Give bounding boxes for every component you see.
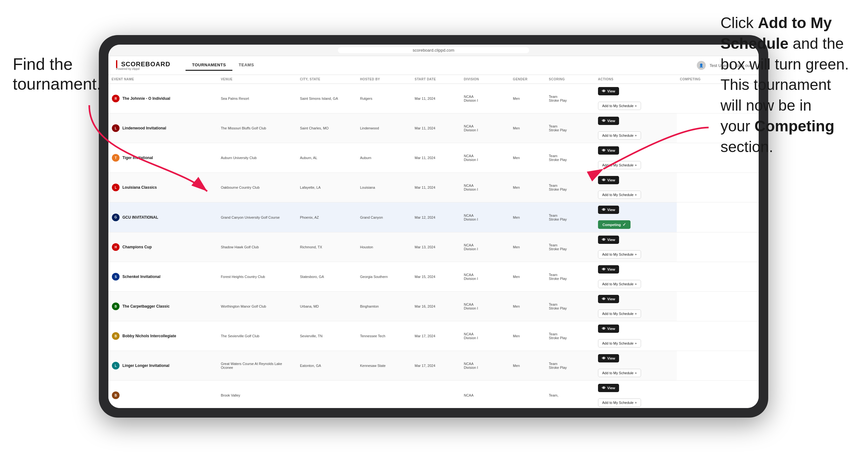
venue-cell: Auburn University Club [218, 143, 297, 173]
view-button[interactable]: 👁 View [598, 87, 619, 95]
gender-cell: Men [510, 262, 546, 292]
add-schedule-button[interactable]: Add to My Schedule + [598, 369, 641, 377]
nav-tabs: TOURNAMENTS TEAMS [186, 60, 260, 71]
scoring-cell: TeamStroke Play [546, 173, 595, 203]
city-cell: Phoenix, AZ [297, 203, 357, 232]
add-schedule-button[interactable]: Add to My Schedule + [598, 310, 641, 318]
col-header-gender: GENDER [510, 75, 546, 84]
venue-cell: Great Waters Course At Reynolds Lake Oco… [218, 351, 297, 381]
plus-icon: + [635, 401, 637, 405]
checkmark-icon: ✓ [623, 222, 626, 227]
add-schedule-button[interactable]: Add to My Schedule + [598, 399, 641, 407]
tab-teams[interactable]: TEAMS [232, 60, 260, 71]
col-header-division: DIVISION [461, 75, 510, 84]
team-logo: B [112, 332, 120, 340]
city-cell: Sevierville, TN [297, 321, 357, 351]
event-name-cell: L Linger Longer Invitational [112, 362, 215, 370]
city-cell: Eatonton, GA [297, 351, 357, 381]
venue-cell: Forest Heights Country Club [218, 262, 297, 292]
competing-cell: Add to My Schedule + [595, 395, 643, 408]
col-header-date: START DATE [411, 75, 461, 84]
event-name-text: GCU INVITATIONAL [122, 215, 158, 220]
start-date-cell: Mar 11, 2024 [411, 173, 461, 203]
right-annotation: Click Add to MySchedule and the box will… [720, 13, 849, 157]
left-arrow [70, 99, 210, 201]
city-cell: Lafayette, LA [297, 173, 357, 203]
event-name-cell: H Champions Cup [112, 243, 215, 251]
event-name-cell: B [112, 391, 215, 399]
table-row: S Schenkel Invitational Forest Heights C… [108, 262, 759, 292]
division-cell: NCAA [461, 381, 510, 408]
col-header-city: CITY, STATE [297, 75, 357, 84]
venue-cell: Sea Palms Resort [218, 84, 297, 114]
logo-bar [116, 60, 117, 68]
view-button[interactable]: 👁 View [598, 354, 619, 363]
competing-cell: Add to My Schedule + [595, 247, 643, 262]
view-button[interactable]: 👁 View [598, 206, 619, 214]
division-cell: NCAADivision I [461, 143, 510, 173]
scoring-cell: TeamStroke Play [546, 84, 595, 114]
col-header-event: EVENT NAME [108, 75, 218, 84]
table-row: L Linger Longer Invitational Great Water… [108, 351, 759, 381]
division-cell: NCAADivision I [461, 262, 510, 292]
eye-icon: 👁 [602, 356, 606, 361]
url-bar[interactable]: scoreboard.clippd.com [338, 47, 529, 53]
right-arrow [594, 118, 715, 182]
competing-cell: Add to My Schedule + [595, 187, 643, 202]
plus-icon: + [635, 341, 637, 345]
city-cell: Auburn, AL [297, 143, 357, 173]
scoring-cell: TeamStroke Play [546, 203, 595, 232]
team-logo: H [112, 243, 120, 251]
actions-cell: 👁 View [595, 84, 623, 98]
scoring-cell: TeamStroke Play [546, 292, 595, 321]
view-button[interactable]: 👁 View [598, 324, 619, 333]
scoring-cell: TeamStroke Play [546, 262, 595, 292]
add-schedule-button[interactable]: Add to My Schedule + [598, 339, 641, 347]
venue-cell: Shadow Hawk Golf Club [218, 232, 297, 262]
eye-icon: 👁 [602, 89, 606, 93]
view-button[interactable]: 👁 View [598, 384, 619, 392]
team-logo-circle: S [112, 273, 120, 281]
division-cell: NCAADivision I [461, 321, 510, 351]
view-button[interactable]: 👁 View [598, 295, 619, 303]
competing-cell: Add to My Schedule + [595, 98, 643, 113]
add-schedule-button[interactable]: Add to My Schedule + [598, 191, 641, 199]
hosted-by-cell: Kennesaw State [357, 351, 411, 381]
scoring-cell: TeamStroke Play [546, 351, 595, 381]
competing-cell: Add to My Schedule + [595, 306, 643, 321]
competing-button[interactable]: Competing ✓ [598, 220, 630, 229]
table-row: H Champions Cup Shadow Hawk Golf ClubRic… [108, 232, 759, 262]
browser-topbar: scoreboard.clippd.com [108, 44, 759, 56]
hosted-by-cell: Tennessee Tech [357, 321, 411, 351]
start-date-cell: Mar 11, 2024 [411, 84, 461, 114]
hosted-by-cell: Binghamton [357, 292, 411, 321]
plus-icon: + [635, 193, 637, 197]
start-date-cell: Mar 13, 2024 [411, 232, 461, 262]
start-date-cell: Mar 15, 2024 [411, 262, 461, 292]
view-button[interactable]: 👁 View [598, 236, 619, 244]
scoring-cell: TeamStroke Play [546, 321, 595, 351]
team-logo-circle: B [112, 332, 120, 340]
left-annotation: Find the tournament. [13, 54, 101, 94]
logo-area: SCOREBOARD Powered by clippd [116, 60, 170, 70]
gender-cell [510, 381, 546, 408]
scoring-cell: TeamStroke Play [546, 143, 595, 173]
actions-cell: 👁 View [595, 381, 623, 395]
gender-cell: Men [510, 173, 546, 203]
division-cell: NCAADivision I [461, 232, 510, 262]
start-date-cell: Mar 11, 2024 [411, 143, 461, 173]
hosted-by-cell: Houston [357, 232, 411, 262]
event-name-cell: B Bobby Nichols Intercollegiate [112, 332, 215, 340]
view-button[interactable]: 👁 View [598, 265, 619, 274]
city-cell: Saint Simons Island, GA [297, 84, 357, 114]
add-schedule-button[interactable]: Add to My Schedule + [598, 250, 641, 258]
eye-icon: 👁 [602, 208, 606, 212]
tab-tournaments[interactable]: TOURNAMENTS [186, 60, 232, 71]
add-schedule-button[interactable]: Add to My Schedule + [598, 280, 641, 288]
start-date-cell: Mar 17, 2024 [411, 321, 461, 351]
plus-icon: + [635, 104, 637, 108]
venue-cell: Oakbourne Country Club [218, 173, 297, 203]
tablet-frame: scoreboard.clippd.com SCOREBOARD Powered… [99, 35, 768, 417]
add-schedule-button[interactable]: Add to My Schedule + [598, 102, 641, 110]
logo-text: SCOREBOARD [121, 61, 170, 68]
